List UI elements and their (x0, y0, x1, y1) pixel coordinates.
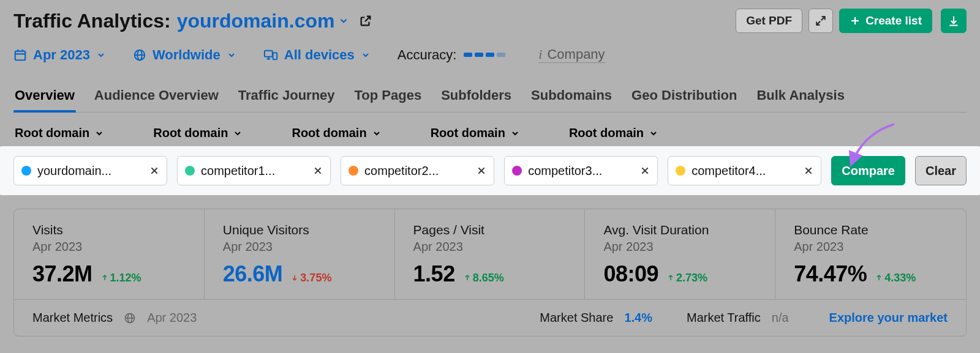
market-share-label: Market Share (540, 311, 613, 325)
metric-period: Apr 2023 (794, 240, 948, 254)
tab-overview[interactable]: Overview (13, 81, 76, 112)
metric-title: Pages / Visit (413, 223, 567, 237)
metric-period: Apr 2023 (413, 240, 567, 254)
chip-label: yourdomain... (37, 164, 142, 178)
chevron-down-icon (372, 128, 382, 138)
company-link[interactable]: i Company (538, 46, 605, 63)
metric-title: Avg. Visit Duration (603, 223, 756, 237)
metric-value: 74.47% (794, 261, 867, 287)
metrics-card: Visits Apr 2023 37.2M 1.12% Unique Visit… (13, 209, 967, 336)
metric-delta: 3.75% (291, 272, 331, 284)
region-filter[interactable]: Worldwide (133, 47, 236, 63)
tabs: OverviewAudience OverviewTraffic Journey… (13, 81, 967, 113)
root-domain-selector[interactable]: Root domain (153, 126, 243, 140)
fullscreen-button[interactable] (809, 9, 833, 33)
svg-rect-5 (15, 51, 26, 60)
color-dot (21, 166, 31, 176)
tab-top-pages[interactable]: Top Pages (353, 81, 423, 112)
get-pdf-button[interactable]: Get PDF (736, 9, 802, 33)
svg-rect-12 (265, 50, 273, 56)
chevron-down-icon (227, 50, 236, 60)
market-metrics-label: Market Metrics (32, 311, 113, 325)
chip-label: competitor4... (692, 164, 796, 178)
tab-bulk-analysis[interactable]: Bulk Analysis (755, 81, 845, 112)
download-icon (948, 15, 960, 27)
chevron-down-icon (94, 128, 104, 138)
metric-title: Unique Visitors (223, 223, 376, 237)
market-period: Apr 2023 (147, 311, 197, 325)
chevron-down-icon (361, 50, 371, 60)
devices-icon (263, 48, 278, 62)
metric-period: Apr 2023 (32, 240, 186, 254)
root-domain-selector[interactable]: Root domain (431, 126, 520, 140)
page-title: Traffic Analytics: (13, 10, 171, 32)
compare-chip[interactable]: yourdomain... (13, 156, 167, 185)
svg-rect-15 (273, 53, 276, 59)
accuracy-indicator: Accuracy: (398, 47, 506, 63)
metric-card-pages-visit: Pages / Visit Apr 2023 1.52 8.65% (395, 209, 586, 299)
metric-card-visits: Visits Apr 2023 37.2M 1.12% (14, 209, 205, 299)
create-list-button[interactable]: Create list (839, 9, 932, 33)
market-traffic-label: Market Traffic (687, 311, 761, 325)
metric-delta: 4.33% (875, 272, 916, 284)
color-dot (512, 166, 522, 176)
clear-button[interactable]: Clear (915, 156, 967, 185)
metric-value: 1.52 (413, 261, 455, 287)
metric-delta: 2.73% (667, 272, 707, 284)
metric-title: Visits (32, 223, 186, 237)
close-icon[interactable] (639, 165, 651, 177)
root-domain-selector[interactable]: Root domain (292, 126, 381, 140)
info-icon: i (538, 46, 542, 62)
tab-subdomains[interactable]: Subdomains (530, 81, 613, 112)
domain-name: yourdomain.com (177, 10, 335, 32)
compare-chip[interactable]: competitor3... (504, 156, 658, 185)
compare-chip[interactable]: competitor2... (341, 156, 494, 185)
external-link-icon[interactable] (359, 14, 372, 28)
metric-value: 08:09 (603, 261, 658, 287)
compare-chip[interactable]: competitor1... (177, 156, 331, 185)
close-icon[interactable] (312, 165, 324, 177)
metric-card-unique-visitors: Unique Visitors Apr 2023 26.6M 3.75% (205, 209, 395, 299)
compare-button[interactable]: Compare (831, 156, 905, 185)
chevron-down-icon (649, 128, 658, 138)
chip-label: competitor3... (528, 164, 633, 178)
root-domain-selector[interactable]: Root domain (15, 126, 104, 140)
metric-card-avg-visit-duration: Avg. Visit Duration Apr 2023 08:09 2.73% (585, 209, 775, 299)
metric-card-bounce-rate: Bounce Rate Apr 2023 74.47% 4.33% (775, 209, 966, 299)
market-metrics-row: Market Metrics Apr 2023 Market Share 1.4… (14, 299, 966, 336)
explore-market-link[interactable]: Explore your market (829, 311, 948, 325)
accuracy-bars (464, 53, 505, 57)
close-icon[interactable] (475, 165, 488, 177)
expand-icon (815, 15, 826, 26)
tab-geo-distribution[interactable]: Geo Distribution (630, 81, 738, 112)
root-domain-selector[interactable]: Root domain (569, 126, 658, 140)
compare-strip: yourdomain... competitor1... competitor2… (0, 146, 980, 195)
metric-value[interactable]: 26.6M (223, 261, 283, 287)
market-traffic-value: n/a (772, 311, 789, 325)
metric-period: Apr 2023 (603, 240, 756, 254)
devices-filter[interactable]: All devices (263, 47, 371, 63)
color-dot (185, 166, 195, 176)
tab-traffic-journey[interactable]: Traffic Journey (237, 81, 336, 112)
globe-icon (133, 48, 146, 62)
plus-icon (850, 15, 861, 26)
metric-period: Apr 2023 (223, 240, 376, 254)
chip-label: competitor1... (201, 164, 306, 178)
tab-subfolders[interactable]: Subfolders (440, 81, 513, 112)
compare-chip[interactable]: competitor4... (668, 156, 821, 185)
market-share-value[interactable]: 1.4% (624, 311, 652, 325)
tab-audience-overview[interactable]: Audience Overview (93, 81, 220, 112)
chevron-down-icon (510, 128, 520, 138)
date-filter[interactable]: Apr 2023 (13, 47, 106, 63)
close-icon[interactable] (802, 165, 815, 177)
metric-delta: 1.12% (101, 272, 141, 284)
chevron-down-icon (233, 128, 243, 138)
metric-value: 37.2M (32, 261, 92, 287)
close-icon[interactable] (148, 165, 160, 177)
chevron-down-icon (96, 50, 106, 60)
globe-icon (124, 312, 136, 324)
domain-selector[interactable]: yourdomain.com (177, 10, 350, 32)
calendar-icon (13, 48, 27, 62)
metric-delta: 8.65% (464, 272, 504, 284)
download-button[interactable] (941, 9, 967, 33)
